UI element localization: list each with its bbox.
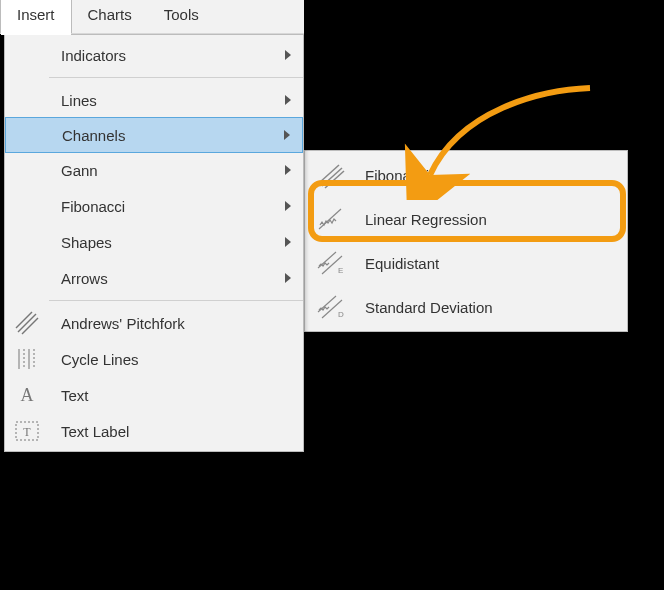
- channels-submenu: Fibonacci Linear Regression E Equidistan…: [304, 150, 628, 332]
- chevron-right-icon: [285, 273, 291, 283]
- menu-item-label: Text: [61, 387, 89, 404]
- menu-item-lines[interactable]: Lines: [5, 82, 303, 118]
- menu-charts[interactable]: Charts: [72, 0, 148, 33]
- chevron-right-icon: [285, 165, 291, 175]
- menu-item-label: Cycle Lines: [61, 351, 139, 368]
- menu-item-gann[interactable]: Gann: [5, 152, 303, 188]
- menubar: Insert Charts Tools: [0, 0, 304, 34]
- menu-item-label: Fibonacci: [61, 198, 125, 215]
- menu-item-label: Arrows: [61, 270, 108, 287]
- svg-text:D: D: [338, 310, 344, 319]
- menu-item-channels[interactable]: Channels: [5, 117, 303, 153]
- submenu-item-linear-regression[interactable]: Linear Regression: [305, 197, 627, 241]
- linear-regression-icon: [315, 203, 347, 235]
- submenu-item-label: Standard Deviation: [365, 299, 493, 316]
- menu-item-label: Indicators: [61, 47, 126, 64]
- chevron-right-icon: [285, 95, 291, 105]
- equidistant-channel-icon: E: [315, 247, 347, 279]
- menu-item-text[interactable]: A Text: [5, 377, 303, 413]
- menu-insert[interactable]: Insert: [0, 0, 72, 33]
- submenu-item-fibonacci[interactable]: Fibonacci: [305, 153, 627, 197]
- submenu-item-label: Fibonacci: [365, 167, 429, 184]
- menu-item-label: Andrews' Pitchfork: [61, 315, 185, 332]
- insert-dropdown: Indicators Lines Channels Gann Fibonacci…: [4, 34, 304, 452]
- menu-item-andrews-pitchfork[interactable]: Andrews' Pitchfork: [5, 305, 303, 341]
- text-label-icon: T: [13, 417, 41, 445]
- submenu-item-label: Equidistant: [365, 255, 439, 272]
- standard-deviation-channel-icon: D: [315, 291, 347, 323]
- chevron-right-icon: [285, 201, 291, 211]
- menu-item-text-label[interactable]: T Text Label: [5, 413, 303, 449]
- text-icon: A: [13, 381, 41, 409]
- menu-tools[interactable]: Tools: [148, 0, 215, 33]
- separator: [49, 300, 303, 301]
- submenu-item-standard-deviation[interactable]: D Standard Deviation: [305, 285, 627, 329]
- svg-line-11: [325, 171, 344, 188]
- menu-item-fibonacci[interactable]: Fibonacci: [5, 188, 303, 224]
- separator: [49, 77, 303, 78]
- svg-text:E: E: [338, 266, 343, 275]
- chevron-right-icon: [285, 237, 291, 247]
- menu-item-label: Shapes: [61, 234, 112, 251]
- menu-item-label: Text Label: [61, 423, 129, 440]
- fibonacci-channel-icon: [315, 159, 347, 191]
- chevron-right-icon: [285, 50, 291, 60]
- svg-text:T: T: [23, 425, 31, 439]
- submenu-item-label: Linear Regression: [365, 211, 487, 228]
- submenu-item-equidistant[interactable]: E Equidistant: [305, 241, 627, 285]
- menu-item-label: Channels: [62, 127, 125, 144]
- menu-item-arrows[interactable]: Arrows: [5, 260, 303, 296]
- chevron-right-icon: [284, 130, 290, 140]
- pitchfork-icon: [13, 309, 41, 337]
- cycle-lines-icon: [13, 345, 41, 373]
- menu-item-shapes[interactable]: Shapes: [5, 224, 303, 260]
- menu-item-label: Lines: [61, 92, 97, 109]
- menu-item-label: Gann: [61, 162, 98, 179]
- menu-item-cycle-lines[interactable]: Cycle Lines: [5, 341, 303, 377]
- menu-item-indicators[interactable]: Indicators: [5, 37, 303, 73]
